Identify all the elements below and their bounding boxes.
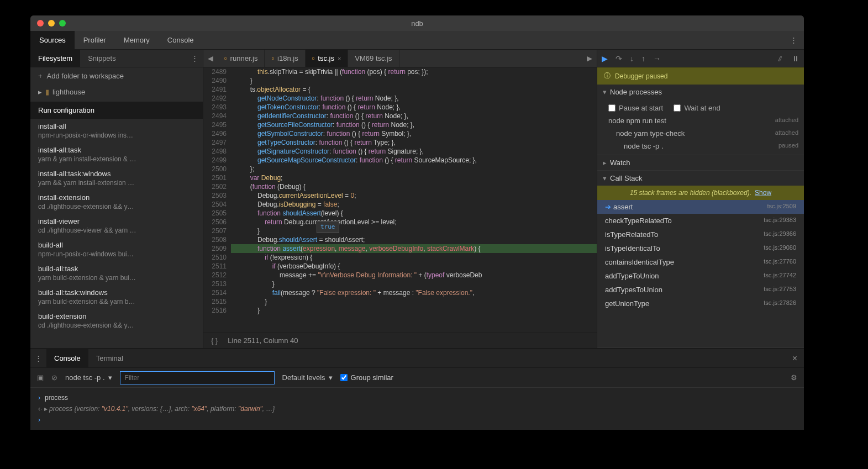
nav-forward-icon[interactable]: ▶ bbox=[582, 54, 597, 62]
process-item[interactable]: node tsc -p .paused bbox=[597, 140, 804, 152]
code-line[interactable]: } bbox=[231, 297, 597, 306]
code-line[interactable]: getSignatureConstructor: function () { r… bbox=[231, 147, 597, 156]
code-line[interactable]: } bbox=[231, 306, 597, 315]
deactivate-breakpoints-icon[interactable]: ⫽ bbox=[776, 54, 784, 63]
console-tab-terminal[interactable]: Terminal bbox=[88, 349, 131, 367]
code-line[interactable]: getSourceFileConstructor: function () { … bbox=[231, 120, 597, 129]
stack-frame[interactable]: getUnionTypetsc.js:27826 bbox=[597, 297, 804, 310]
console-tab-console[interactable]: Console bbox=[46, 349, 88, 367]
code-line[interactable]: var Debug; bbox=[231, 173, 597, 182]
code-line[interactable]: } bbox=[231, 76, 597, 85]
run-item[interactable]: install-all:task:windowsyarn && yarn ins… bbox=[30, 166, 203, 190]
sidebar-tab-filesystem[interactable]: Filesystem bbox=[30, 50, 80, 67]
console-more-icon[interactable]: ⋮ bbox=[35, 354, 42, 362]
code-line[interactable]: ts.objectAllocator = { bbox=[231, 85, 597, 94]
code-line[interactable]: (function (Debug) { bbox=[231, 182, 597, 191]
process-item[interactable]: node npm run testattached bbox=[597, 114, 804, 127]
code-line[interactable]: getSymbolConstructor: function () { retu… bbox=[231, 129, 597, 138]
code-line[interactable]: if (!expression) { bbox=[231, 253, 597, 262]
code-line[interactable]: getIdentifierConstructor: function () { … bbox=[231, 112, 597, 120]
step-over-icon[interactable]: ↷ bbox=[616, 54, 622, 63]
close-drawer-icon[interactable]: × bbox=[792, 354, 797, 363]
stack-frame[interactable]: isTypeRelatedTotsc.js:29366 bbox=[597, 228, 804, 241]
stack-frame[interactable]: addTypeToUniontsc.js:27742 bbox=[597, 269, 804, 283]
step-into-icon[interactable]: ↓ bbox=[630, 54, 634, 63]
zoom-window-icon[interactable] bbox=[59, 20, 66, 27]
tab-console[interactable]: Console bbox=[159, 31, 203, 49]
tab-sources[interactable]: Sources bbox=[30, 31, 75, 49]
code-line[interactable]: Debug.shouldAssert = shouldAssert; bbox=[231, 235, 597, 244]
close-tab-icon[interactable]: × bbox=[338, 55, 341, 62]
call-stack-header[interactable]: Call Stack bbox=[597, 171, 804, 186]
code-line[interactable]: return Debug.currentAssertionLevel >= le… bbox=[231, 218, 597, 226]
code-line[interactable]: this.skipTrivia = skipTrivia || (functio… bbox=[231, 67, 597, 76]
editor-tab[interactable]: ▫ runner.js bbox=[218, 50, 265, 67]
tree-item[interactable]: ▸ ▮ lighthouse bbox=[30, 85, 203, 99]
run-item[interactable]: install-allnpm-run-posix-or-windows ins… bbox=[30, 119, 203, 143]
minimize-window-icon[interactable] bbox=[48, 20, 55, 27]
process-item[interactable]: node yarn type-checkattached bbox=[597, 127, 804, 140]
code-line[interactable]: getSourceMapSourceConstructor: function … bbox=[231, 156, 597, 165]
stack-frame[interactable]: checkTypeRelatedTotsc.js:29383 bbox=[597, 214, 804, 228]
show-blackbox-link[interactable]: Show bbox=[755, 189, 771, 197]
code-line[interactable]: message += "\r\nVerbose Debug Informatio… bbox=[231, 271, 597, 280]
console-output-value[interactable]: {version: "v10.4.1", versions: {…}, arch… bbox=[74, 405, 275, 413]
stack-frame[interactable]: isTypeIdenticalTotsc.js:29080 bbox=[597, 241, 804, 255]
step-icon[interactable]: → bbox=[653, 54, 661, 63]
clear-console-icon[interactable]: ⊘ bbox=[51, 373, 57, 382]
run-item[interactable]: build-all:taskyarn build-extension & yar… bbox=[30, 261, 203, 285]
code-line[interactable]: getTokenConstructor: function () { retur… bbox=[231, 103, 597, 112]
filter-input[interactable] bbox=[120, 371, 275, 384]
resume-icon[interactable]: ▶ bbox=[602, 54, 608, 63]
add-folder-button[interactable]: + Add folder to workspace bbox=[30, 67, 203, 85]
expand-icon[interactable]: ▸ bbox=[44, 405, 48, 413]
step-out-icon[interactable]: ↑ bbox=[641, 54, 645, 63]
code-line[interactable]: Debug.isDebugging = false; bbox=[231, 200, 597, 209]
pause-exceptions-icon[interactable]: ⏸ bbox=[792, 54, 799, 63]
settings-icon[interactable]: ⚙ bbox=[791, 373, 797, 382]
run-item[interactable]: build-all:task:windowsyarn build-extensi… bbox=[30, 285, 203, 309]
editor-tab[interactable]: ▫ i18n.js bbox=[265, 50, 305, 67]
code-line[interactable]: function shouldAssert(level) { bbox=[231, 209, 597, 218]
stack-frame[interactable]: addTypesToUniontsc.js:27753 bbox=[597, 283, 804, 297]
levels-dropdown[interactable]: Default levels ▾ bbox=[282, 373, 333, 382]
show-console-icon[interactable]: ▣ bbox=[37, 373, 44, 382]
run-item[interactable]: install-viewercd ./lighthouse-viewer && … bbox=[30, 214, 203, 238]
prompt-icon: › bbox=[38, 394, 40, 402]
chevron-right-icon: ▸ bbox=[38, 88, 42, 96]
nav-back-icon[interactable]: ◀ bbox=[203, 54, 218, 62]
group-similar-checkbox[interactable] bbox=[340, 374, 348, 381]
run-item[interactable]: install-extensioncd ./lighthouse-extensi… bbox=[30, 190, 203, 214]
editor-tab[interactable]: ▫ tsc.js × bbox=[306, 50, 349, 67]
editor-tab[interactable]: VM69 tsc.js bbox=[348, 50, 399, 67]
pause-at-start-checkbox[interactable] bbox=[608, 104, 616, 112]
format-icon[interactable]: { } bbox=[211, 336, 218, 345]
stack-frame[interactable]: ➔asserttsc.js:2509 bbox=[597, 200, 804, 214]
code-line[interactable]: if (verboseDebugInfo) { bbox=[231, 262, 597, 271]
code-line[interactable]: getNodeConstructor: function () { return… bbox=[231, 94, 597, 103]
watch-header[interactable]: Watch bbox=[597, 155, 804, 170]
code-line[interactable]: getTypeConstructor: function () { return… bbox=[231, 138, 597, 147]
code-line[interactable]: function assert(expression, message, ver… bbox=[231, 244, 597, 253]
code-line[interactable]: } bbox=[231, 280, 597, 288]
run-item[interactable]: build-allnpm-run-posix-or-windows bui… bbox=[30, 238, 203, 261]
code-line[interactable]: } bbox=[231, 226, 597, 235]
sidebar-tab-snippets[interactable]: Snippets bbox=[80, 50, 124, 67]
code-line[interactable]: }; bbox=[231, 165, 597, 173]
wait-at-end-checkbox[interactable] bbox=[674, 104, 681, 112]
run-item[interactable]: build-extensioncd ./lighthouse-extension… bbox=[30, 309, 203, 333]
tab-profiler[interactable]: Profiler bbox=[75, 31, 115, 49]
code-line[interactable]: Debug.currentAssertionLevel = 0; bbox=[231, 191, 597, 200]
context-dropdown[interactable]: node tsc -p . ▾ bbox=[65, 373, 112, 382]
sidebar-more-icon[interactable]: ⋮ bbox=[191, 54, 198, 62]
run-item[interactable]: install-all:taskyarn & yarn install-exte… bbox=[30, 143, 203, 166]
code-line[interactable]: fail(message ? "False expression: " + me… bbox=[231, 288, 597, 297]
node-processes-header[interactable]: Node processes bbox=[597, 85, 804, 99]
tab-memory[interactable]: Memory bbox=[115, 31, 159, 49]
current-frame-icon: ➔ bbox=[605, 203, 611, 211]
hover-tooltip: true bbox=[317, 221, 339, 233]
more-icon[interactable]: ⋮ bbox=[790, 36, 797, 44]
prompt-icon[interactable]: › bbox=[38, 416, 40, 424]
stack-frame[interactable]: containsIdenticalTypetsc.js:27760 bbox=[597, 255, 804, 269]
close-window-icon[interactable] bbox=[37, 20, 44, 27]
